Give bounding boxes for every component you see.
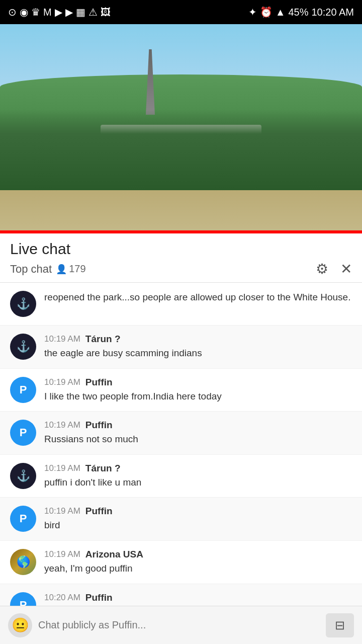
wifi-icon: ▲ (276, 7, 286, 18)
message-content: 10:19 AMArizona USAyeah, I'm good puffin (44, 549, 352, 576)
chat-message-4: P10:19 AMPuffinRussians not so much (0, 412, 362, 455)
message-author: Puffin (85, 592, 113, 603)
chat-subtitle-left: Top chat 👤 179 (10, 263, 86, 276)
emoji-icon: 😐 (12, 617, 29, 633)
battery-text: 45% (288, 7, 308, 18)
time-display: 10:20 AM (311, 7, 354, 18)
message-time: 10:19 AM (44, 334, 80, 344)
chat-input[interactable] (38, 613, 320, 637)
chat-message-5: ⚓10:19 AMTárun ?puffin i don't like u ma… (0, 455, 362, 498)
bluetooth-icon: ✦ (248, 6, 257, 18)
message-author: Puffin (85, 506, 113, 517)
message-author: Arizona USA (85, 549, 143, 560)
top-chat-label[interactable]: Top chat (10, 263, 52, 276)
emoji-button[interactable]: 😐 (8, 613, 32, 637)
status-info: ✦ ⏰ ▲ 45% 10:20 AM (248, 6, 354, 18)
message-time: 10:19 AM (44, 377, 80, 387)
avatar: P (10, 506, 36, 532)
avatar: ⚓ (10, 463, 36, 489)
avatar: P (10, 420, 36, 446)
message-author: Tárun ? (85, 334, 121, 345)
status-icons: ⊙ ◉ ♛ M ▶ ▶ ▦ ⚠ 🖼 (8, 6, 111, 18)
message-content: 10:19 AMTárun ?puffin i don't like u man (44, 463, 352, 490)
message-text: Russians not so much (44, 433, 352, 446)
chat-message-3: P10:19 AMPuffinI like the two people fro… (0, 369, 362, 412)
message-time: 10:19 AM (44, 463, 80, 473)
circle-icon: ⊙ (8, 6, 17, 18)
chat-input-bar: 😐 ⊟ (0, 606, 362, 644)
chat-messages-list: ⚓reopened the park...so people are allow… (0, 283, 362, 627)
send-icon: ⊟ (335, 618, 345, 632)
message-text: puffin i don't like u man (44, 476, 352, 490)
message-content: reopened the park...so people are allowe… (44, 291, 352, 304)
live-chat-title: Live chat (10, 240, 352, 258)
status-bar: ⊙ ◉ ♛ M ▶ ▶ ▦ ⚠ 🖼 ✦ ⏰ ▲ 45% 10:20 AM (0, 0, 362, 24)
message-text: yeah, I'm good puffin (44, 562, 352, 576)
message-text: bird (44, 519, 352, 532)
video-thumbnail[interactable] (0, 24, 362, 230)
message-content: 10:19 AMPuffinRussians not so much (44, 420, 352, 446)
play-icon: ▶ (55, 6, 62, 18)
message-content: 10:19 AMTárun ?the eagle are busy scammi… (44, 334, 352, 360)
pokeball-icon: ◉ (20, 6, 28, 18)
message-time: 10:19 AM (44, 506, 80, 516)
avatar: ⚓ (10, 334, 36, 360)
message-meta: 10:19 AMPuffin (44, 420, 352, 431)
message-text: I like the two people from.India here to… (44, 390, 352, 404)
trees-foreground (0, 110, 362, 190)
message-author: Tárun ? (85, 463, 121, 474)
header-actions: ⚙ ✕ (316, 261, 352, 277)
viewer-count: 👤 179 (56, 263, 85, 275)
message-time: 10:19 AM (44, 420, 80, 430)
message-meta: 10:19 AMArizona USA (44, 549, 352, 560)
message-meta: 10:19 AMTárun ? (44, 463, 352, 474)
alert-icon: ⚠ (88, 6, 98, 18)
message-content: 10:19 AMPuffinI like the two people from… (44, 377, 352, 404)
chat-message-7: 🌎10:19 AMArizona USAyeah, I'm good puffi… (0, 541, 362, 584)
play2-icon: ▶ (65, 6, 73, 18)
image-icon: 🖼 (101, 7, 111, 18)
message-text: reopened the park...so people are allowe… (44, 291, 352, 304)
mastodon-icon: M (43, 7, 52, 18)
message-text: the eagle are busy scamming indians (44, 347, 352, 360)
message-time: 10:19 AM (44, 549, 80, 559)
viewer-icon: 👤 (56, 264, 67, 275)
chat-subtitle-row: Top chat 👤 179 ⚙ ✕ (10, 261, 352, 277)
close-button[interactable]: ✕ (340, 261, 352, 277)
avatar: P (10, 377, 36, 403)
message-meta: 10:20 AMPuffin (44, 592, 352, 603)
avatar: ⚓ (10, 291, 36, 317)
avatar: 🌎 (10, 549, 36, 575)
live-chat-header: Live chat Top chat 👤 179 ⚙ ✕ (0, 233, 362, 283)
folder-icon: ▦ (76, 6, 85, 18)
filter-button[interactable]: ⚙ (316, 261, 328, 277)
message-time: 10:20 AM (44, 593, 80, 603)
message-meta: 10:19 AMPuffin (44, 506, 352, 517)
viewer-number: 179 (69, 263, 85, 275)
crown-icon: ♛ (31, 6, 40, 18)
chat-message-2: ⚓10:19 AMTárun ?the eagle are busy scamm… (0, 326, 362, 369)
alarm-icon: ⏰ (260, 6, 273, 18)
message-meta: 10:19 AMPuffin (44, 377, 352, 388)
chat-message-6: P10:19 AMPuffinbird (0, 498, 362, 541)
send-button[interactable]: ⊟ (326, 613, 354, 637)
message-author: Puffin (85, 420, 113, 431)
message-content: 10:19 AMPuffinbird (44, 506, 352, 532)
message-author: Puffin (85, 377, 113, 388)
message-meta: 10:19 AMTárun ? (44, 334, 352, 345)
chat-message-1: ⚓reopened the park...so people are allow… (0, 283, 362, 326)
